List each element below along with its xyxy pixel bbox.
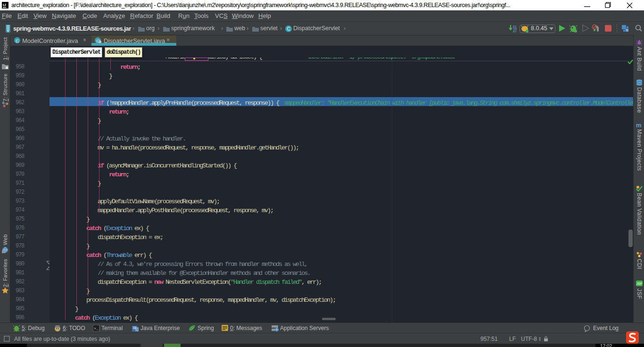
svg-text:JSF: JSF — [636, 282, 642, 285]
svg-text:01: 01 — [513, 31, 517, 33]
svg-text:C: C — [287, 26, 290, 32]
svg-text:>_: >_ — [94, 326, 99, 330]
svg-text:m: m — [636, 122, 642, 128]
svg-text:IJ: IJ — [3, 3, 6, 7]
svg-text:C: C — [16, 38, 19, 43]
